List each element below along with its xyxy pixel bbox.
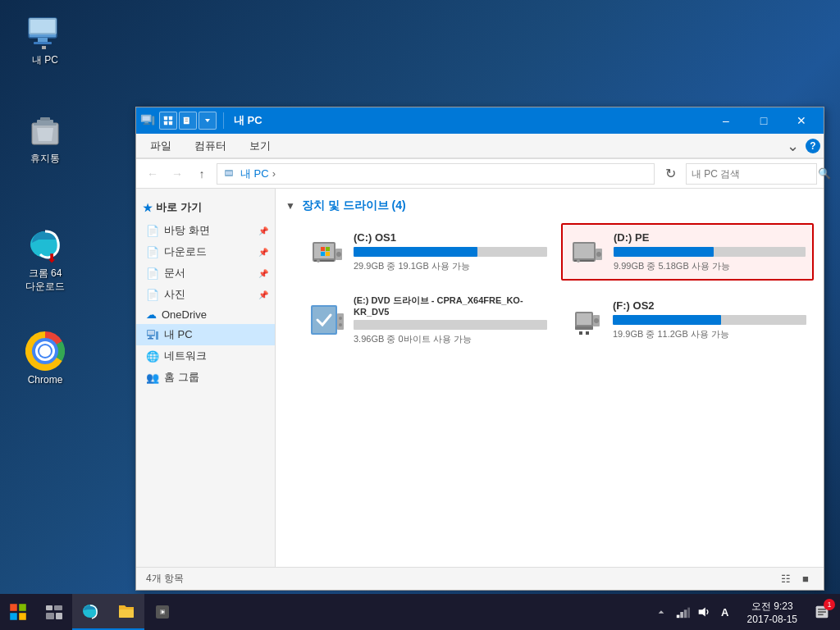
sidebar-item-mypc[interactable]: 내 PC [136,324,275,345]
tray-network-icon[interactable] [673,594,692,630]
drive-d-bar-fill [614,247,714,257]
minimize-button[interactable]: – [707,107,745,134]
svg-rect-85 [818,611,826,613]
task-view-button[interactable] [36,594,72,630]
file-explorer-taskbar-button[interactable] [108,594,144,630]
qs-rename-btn[interactable] [179,112,197,130]
ribbon-help-icon[interactable]: ? [806,139,820,153]
drive-e-bar-container [354,320,547,330]
notification-button[interactable]: 1 [804,594,840,630]
drive-c-space: 29.9GB 중 19.1GB 사용 가능 [354,260,547,272]
svg-rect-21 [164,116,167,120]
svg-point-43 [317,259,320,262]
drive-f-space: 19.9GB 중 11.2GB 사용 가능 [613,328,806,340]
chrome-dl-label: 크롬 64 다운로드 [25,267,65,293]
bootmgr-taskbar-button[interactable] [144,594,180,630]
svg-rect-24 [169,121,172,125]
drive-item-d[interactable]: (D:) PE 9.99GB 중 5.18GB 사용 가능 [561,223,814,281]
desktop-icon-chrome-dl[interactable]: ⬇ 크롬 64 다운로드 [12,221,78,296]
ie-taskbar-button[interactable] [72,594,108,630]
address-path-display[interactable]: 내 PC › [217,163,655,185]
desktop-icon-chrome[interactable]: Chrome [12,328,78,390]
window-controls: – □ ✕ [707,107,820,134]
devices-section-header: ▼ 장치 및 드라이브 (4) [285,199,814,213]
qs-properties-btn[interactable] [159,112,177,130]
svg-rect-18 [144,122,148,124]
up-button[interactable]: ↑ [192,164,212,184]
taskbar-clock[interactable]: 오전 9:23 2017-08-15 [741,594,804,630]
tray-volume-icon[interactable] [695,594,713,630]
view-details-btn[interactable]: ☷ [778,571,794,587]
ribbon-tab-computer[interactable]: 컴퓨터 [184,135,237,157]
drive-f-info: (F:) OS2 19.9GB 중 11.2GB 사용 가능 [613,299,806,340]
title-bar-left [139,112,227,130]
svg-rect-34 [148,338,153,340]
svg-rect-60 [579,331,582,335]
search-icon: 🔍 [818,167,831,180]
desktop: 내 PC 휴지통 ⬇ 크롬 64 다운로드 [0,0,840,630]
back-button[interactable]: ← [143,164,162,184]
qs-dropdown-btn[interactable] [199,112,217,130]
search-input[interactable] [692,168,815,180]
desktop-icon-mypc[interactable]: 내 PC [12,8,78,71]
sidebar-item-onedrive[interactable]: ☁ OneDrive [136,305,275,324]
file-content-area: ▼ 장치 및 드라이브 (4) [276,189,824,567]
sidebar-item-downloads[interactable]: 📄 다운로드 📌 [136,241,275,262]
svg-rect-59 [575,326,593,330]
sidebar-item-desktop[interactable]: 📄 바탕 화면 📌 [136,220,275,241]
svg-rect-54 [337,313,344,330]
system-tray: A [652,594,741,630]
svg-rect-22 [169,116,172,120]
pin-icon2: 📌 [258,248,268,257]
pin-icon: 📌 [258,226,268,235]
taskbar: A 오전 9:23 2017-08-15 1 [0,594,840,630]
expand-icon[interactable]: ▼ [285,200,295,212]
title-bar-sep [223,112,224,129]
sidebar-item-photos[interactable]: 📄 사진 📌 [136,284,275,305]
ribbon-expand-icon[interactable]: ⌄ [787,137,799,155]
search-box[interactable]: 🔍 [686,163,817,185]
svg-rect-70 [46,613,54,619]
sidebar: ★ 바로 가기 📄 바탕 화면 📌 📄 다운로드 📌 📄 문서 📌 [136,189,276,567]
address-bar: ← → ↑ 내 PC › ↻ 🔍 [136,159,824,189]
close-button[interactable]: ✕ [783,107,820,134]
drive-d-space: 9.99GB 중 5.18GB 사용 가능 [614,260,806,272]
svg-rect-35 [156,331,158,340]
drive-f-icon [568,302,605,338]
drive-c-bar-container [354,247,547,257]
ribbon-tabs: 파일 컴퓨터 보기 ⌄ ? [136,134,824,158]
svg-point-55 [339,317,342,320]
chrome-label: Chrome [28,374,63,387]
tray-lang-icon[interactable]: A [716,594,734,630]
maximize-button[interactable]: □ [745,107,783,134]
forward-button[interactable]: → [167,164,187,184]
svg-point-49 [577,259,580,262]
tray-chevron[interactable] [652,594,670,630]
view-grid-btn[interactable]: ■ [797,571,814,587]
sidebar-item-network[interactable]: 🌐 네트워크 [136,345,275,367]
svg-rect-5 [42,46,46,49]
drive-d-icon [569,234,605,270]
ribbon-tab-view[interactable]: 보기 [239,135,281,157]
drive-item-f[interactable]: (F:) OS2 19.9GB 중 11.2GB 사용 가능 [561,287,814,353]
sidebar-item-homegroup[interactable]: 👥 홈 그룹 [136,367,275,388]
drive-item-e[interactable]: (E:) DVD 드라이브 - CPRA_X64FRE_KO-KR_DV5 3.… [302,287,555,353]
svg-rect-19 [144,124,150,125]
start-button[interactable] [0,594,36,630]
svg-rect-68 [46,605,52,610]
svg-text:⬇: ⬇ [47,252,57,264]
sidebar-item-documents[interactable]: 📄 문서 📌 [136,262,275,284]
mypc-icon [25,11,65,51]
devices-section-title: 장치 및 드라이브 (4) [302,199,406,213]
drive-d-name: (D:) PE [614,231,806,244]
refresh-button[interactable]: ↻ [660,163,681,185]
svg-rect-66 [10,613,17,620]
svg-point-45 [336,252,341,257]
desktop-icon-recycle[interactable]: 휴지통 [12,107,78,169]
recycle-label: 휴지통 [30,153,60,166]
drive-item-c[interactable]: (C:) OS1 29.9GB 중 19.1GB 사용 가능 [302,223,555,281]
ribbon-tab-file[interactable]: 파일 [139,135,182,157]
item-count: 4개 항목 [146,572,184,586]
drive-c-name: (C:) OS1 [354,231,547,244]
svg-rect-78 [676,615,679,619]
